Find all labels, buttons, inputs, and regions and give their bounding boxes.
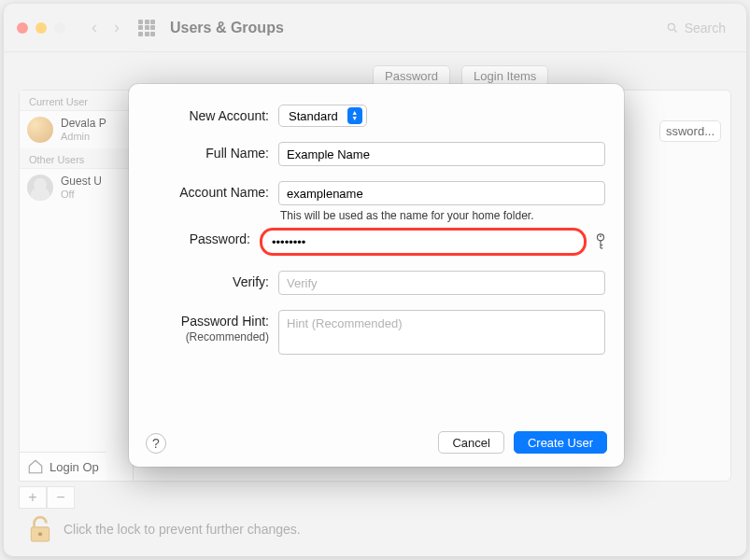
password-hint-input[interactable] [278,310,605,355]
forward-button[interactable]: › [114,18,120,37]
svg-point-0 [668,23,674,30]
account-name-input[interactable] [278,181,605,205]
new-user-sheet: New Account: Standard ▲▼ Full Name: Acco… [129,84,624,467]
verify-input[interactable] [278,271,605,295]
lock-row: Click the lock to prevent further change… [28,515,301,543]
zoom-window-button[interactable] [54,22,65,34]
users-sidebar: Current User Devala P Admin Other Users … [20,91,134,481]
label-password-hint: Password Hint: (Recommended) [146,310,278,343]
svg-point-3 [38,532,42,536]
account-type-value: Standard [289,109,338,123]
user-role: Admin [61,131,106,142]
back-button[interactable]: ‹ [92,18,97,37]
sidebar-header-other: Other Users [20,148,133,169]
nav-arrows: ‹ › [92,18,120,37]
traffic-lights [17,22,65,34]
lock-open-icon[interactable] [28,515,52,543]
search-icon [666,21,679,35]
avatar [27,175,53,201]
home-icon [27,458,44,475]
close-window-button[interactable] [17,22,28,34]
sidebar-header-current: Current User [20,91,133,111]
full-name-input[interactable] [278,142,605,166]
search-placeholder: Search [685,21,726,35]
label-new-account: New Account: [146,105,278,123]
add-user-button[interactable]: + [19,486,47,509]
sidebar-item-current-user[interactable]: Devala P Admin [20,111,133,148]
avatar [27,117,53,143]
create-user-button[interactable]: Create User [514,431,607,454]
password-input[interactable] [260,228,587,256]
window-toolbar: ‹ › Users & Groups Search [4,4,746,52]
login-options-label: Login Op [50,460,99,474]
add-remove-row: + − [19,486,75,509]
key-icon[interactable] [594,232,607,251]
show-all-icon[interactable] [138,20,155,36]
svg-point-4 [598,234,604,241]
cancel-button[interactable]: Cancel [438,431,503,454]
svg-line-1 [673,29,676,32]
login-options-row[interactable]: Login Op [19,452,106,482]
chevron-up-down-icon: ▲▼ [347,107,362,124]
label-password: Password: [146,228,260,246]
label-full-name: Full Name: [146,142,278,161]
user-name: Guest U [61,175,102,188]
remove-user-button[interactable]: − [47,486,75,509]
sidebar-item-guest[interactable]: Guest U Off [20,169,133,206]
account-type-select[interactable]: Standard ▲▼ [278,105,367,127]
help-button[interactable]: ? [146,433,166,454]
account-name-hint: This will be used as the name for your h… [280,209,607,222]
page-title: Users & Groups [170,20,284,36]
search-field[interactable]: Search [658,17,733,39]
change-password-button[interactable]: ssword... [659,120,721,142]
label-account-name: Account Name: [146,181,278,200]
user-name: Devala P [61,118,106,130]
minimize-window-button[interactable] [35,22,47,34]
label-verify: Verify: [146,271,278,289]
lock-text: Click the lock to prevent further change… [64,522,301,537]
svg-point-5 [600,235,601,237]
user-status: Off [61,189,102,200]
